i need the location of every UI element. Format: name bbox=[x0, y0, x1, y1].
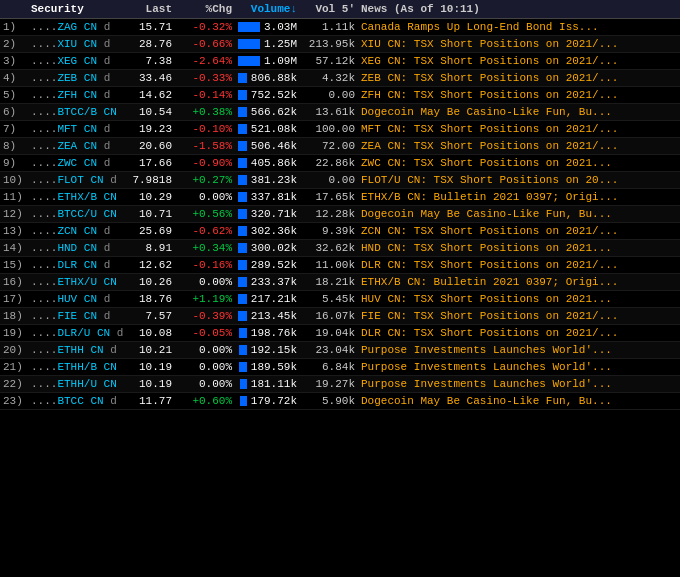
news-text[interactable]: MFT CN: TSX Short Positions on 2021/... bbox=[358, 121, 680, 138]
table-row[interactable]: 4)....ZEB CN d33.46-0.33%806.88k4.32kZEB… bbox=[0, 70, 680, 87]
volume-bar bbox=[238, 260, 247, 270]
security-name[interactable]: ....DLR CN d bbox=[28, 257, 123, 274]
news-text[interactable]: XEG CN: TSX Short Positions on 2021/... bbox=[358, 53, 680, 70]
table-row[interactable]: 23)....BTCC CN d11.77+0.60%179.72k5.90kD… bbox=[0, 393, 680, 410]
volume-text: 233.37k bbox=[251, 276, 297, 288]
news-text[interactable]: ZEB CN: TSX Short Positions on 2021/... bbox=[358, 70, 680, 87]
vol5: 17.65k bbox=[300, 189, 358, 206]
news-text[interactable]: Purpose Investments Launches World'... bbox=[358, 376, 680, 393]
security-name[interactable]: ....ETHH/U CN d bbox=[28, 376, 123, 393]
news-text[interactable]: Dogecoin May Be Casino-Like Fun, Bu... bbox=[358, 206, 680, 223]
security-name[interactable]: ....XIU CN d bbox=[28, 36, 123, 53]
table-row[interactable]: 13)....ZCN CN d25.69-0.62%302.36k9.39kZC… bbox=[0, 223, 680, 240]
last-price: 10.19 bbox=[123, 359, 175, 376]
security-name[interactable]: ....FLOT CN d bbox=[28, 172, 123, 189]
volume-bar bbox=[238, 90, 247, 100]
vol5: 22.86k bbox=[300, 155, 358, 172]
vol5: 19.27k bbox=[300, 376, 358, 393]
news-text[interactable]: FLOT/U CN: TSX Short Positions on 20... bbox=[358, 172, 680, 189]
table-row[interactable]: 7)....MFT CN d19.23-0.10%521.08k100.00MF… bbox=[0, 121, 680, 138]
news-text[interactable]: Purpose Investments Launches World'... bbox=[358, 342, 680, 359]
news-text[interactable]: DLR CN: TSX Short Positions on 2021/... bbox=[358, 257, 680, 274]
table-row[interactable]: 17)....HUV CN d18.76+1.19%217.21k5.45kHU… bbox=[0, 291, 680, 308]
table-row[interactable]: 11)....ETHX/B CN d10.290.00%337.81k17.65… bbox=[0, 189, 680, 206]
news-text[interactable]: Dogecoin May Be Casino-Like Fun, Bu... bbox=[358, 104, 680, 121]
news-text[interactable]: ETHX/B CN: Bulletin 2021 0397; Origi... bbox=[358, 274, 680, 291]
row-num: 5) bbox=[0, 87, 28, 104]
security-name[interactable]: ....HUV CN d bbox=[28, 291, 123, 308]
table-row[interactable]: 2)....XIU CN d28.76-0.66%1.25M213.95kXIU… bbox=[0, 36, 680, 53]
table-row[interactable]: 1)....ZAG CN d15.71-0.32%3.03M1.11kCanad… bbox=[0, 19, 680, 36]
security-name[interactable]: ....ZWC CN d bbox=[28, 155, 123, 172]
security-name[interactable]: ....HND CN d bbox=[28, 240, 123, 257]
volume: 506.46k bbox=[235, 138, 300, 155]
pct-change: 0.00% bbox=[175, 359, 235, 376]
table-row[interactable]: 12)....BTCC/U CN d10.71+0.56%320.71k12.2… bbox=[0, 206, 680, 223]
row-num: 4) bbox=[0, 70, 28, 87]
volume-text: 189.59k bbox=[251, 361, 297, 373]
security-name[interactable]: ....DLR/U CN d bbox=[28, 325, 123, 342]
table-row[interactable]: 16)....ETHX/U CN d10.260.00%233.37k18.21… bbox=[0, 274, 680, 291]
table-row[interactable]: 14)....HND CN d8.91+0.34%300.02k32.62kHN… bbox=[0, 240, 680, 257]
news-text[interactable]: HUV CN: TSX Short Positions on 2021... bbox=[358, 291, 680, 308]
security-name[interactable]: ....ZEB CN d bbox=[28, 70, 123, 87]
table-row[interactable]: 10)....FLOT CN d7.9818+0.27%381.23k0.00F… bbox=[0, 172, 680, 189]
security-name[interactable]: ....ETHH/B CN d bbox=[28, 359, 123, 376]
table-row[interactable]: 9)....ZWC CN d17.66-0.90%405.86k22.86kZW… bbox=[0, 155, 680, 172]
news-text[interactable]: HND CN: TSX Short Positions on 2021... bbox=[358, 240, 680, 257]
pct-change: -0.62% bbox=[175, 223, 235, 240]
security-name[interactable]: ....ETHH CN d bbox=[28, 342, 123, 359]
security-name[interactable]: ....ETHX/U CN d bbox=[28, 274, 123, 291]
last-price: 11.77 bbox=[123, 393, 175, 410]
pct-change: +1.19% bbox=[175, 291, 235, 308]
security-name[interactable]: ....ZCN CN d bbox=[28, 223, 123, 240]
news-text[interactable]: FIE CN: TSX Short Positions on 2021/... bbox=[358, 308, 680, 325]
security-name[interactable]: ....FIE CN d bbox=[28, 308, 123, 325]
row-num: 9) bbox=[0, 155, 28, 172]
security-name[interactable]: ....ETHX/B CN d bbox=[28, 189, 123, 206]
table-row[interactable]: 18)....FIE CN d7.57-0.39%213.45k16.07kFI… bbox=[0, 308, 680, 325]
news-text[interactable]: DLR CN: TSX Short Positions on 2021/... bbox=[358, 325, 680, 342]
pct-change: -0.33% bbox=[175, 70, 235, 87]
volume-text: 566.62k bbox=[251, 106, 297, 118]
news-text[interactable]: Canada Ramps Up Long-End Bond Iss... bbox=[358, 19, 680, 36]
row-num: 19) bbox=[0, 325, 28, 342]
vol5: 13.61k bbox=[300, 104, 358, 121]
vol5: 16.07k bbox=[300, 308, 358, 325]
security-name[interactable]: ....ZEA CN d bbox=[28, 138, 123, 155]
volume-bar bbox=[238, 158, 247, 168]
security-name[interactable]: ....ZFH CN d bbox=[28, 87, 123, 104]
pct-change: -0.90% bbox=[175, 155, 235, 172]
col-header-vol5: Vol 5' bbox=[300, 0, 358, 19]
vol5: 213.95k bbox=[300, 36, 358, 53]
news-text[interactable]: ZEA CN: TSX Short Positions on 2021/... bbox=[358, 138, 680, 155]
news-text[interactable]: ZWC CN: TSX Short Positions on 2021... bbox=[358, 155, 680, 172]
table-row[interactable]: 6)....BTCC/B CN d10.54+0.38%566.62k13.61… bbox=[0, 104, 680, 121]
security-name[interactable]: ....BTCC/B CN d bbox=[28, 104, 123, 121]
table-row[interactable]: 22)....ETHH/U CN d10.190.00%181.11k19.27… bbox=[0, 376, 680, 393]
volume: 181.11k bbox=[235, 376, 300, 393]
news-text[interactable]: ETHX/B CN: Bulletin 2021 0397; Origi... bbox=[358, 189, 680, 206]
news-text[interactable]: XIU CN: TSX Short Positions on 2021/... bbox=[358, 36, 680, 53]
security-name[interactable]: ....MFT CN d bbox=[28, 121, 123, 138]
col-header-volume[interactable]: Volume↓ bbox=[235, 0, 300, 19]
last-price: 10.19 bbox=[123, 376, 175, 393]
table-row[interactable]: 3)....XEG CN d7.38-2.64%1.09M57.12kXEG C… bbox=[0, 53, 680, 70]
pct-change: +0.27% bbox=[175, 172, 235, 189]
security-name[interactable]: ....XEG CN d bbox=[28, 53, 123, 70]
news-text[interactable]: Purpose Investments Launches World'... bbox=[358, 359, 680, 376]
news-text[interactable]: ZCN CN: TSX Short Positions on 2021/... bbox=[358, 223, 680, 240]
table-row[interactable]: 20)....ETHH CN d10.210.00%192.15k23.04kP… bbox=[0, 342, 680, 359]
security-name[interactable]: ....BTCC CN d bbox=[28, 393, 123, 410]
news-text[interactable]: Dogecoin May Be Casino-Like Fun, Bu... bbox=[358, 393, 680, 410]
table-row[interactable]: 8)....ZEA CN d20.60-1.58%506.46k72.00ZEA… bbox=[0, 138, 680, 155]
table-row[interactable]: 19)....DLR/U CN d10.08-0.05%198.76k19.04… bbox=[0, 325, 680, 342]
table-row[interactable]: 5)....ZFH CN d14.62-0.14%752.52k0.00ZFH … bbox=[0, 87, 680, 104]
pct-change: -0.39% bbox=[175, 308, 235, 325]
security-name[interactable]: ....ZAG CN d bbox=[28, 19, 123, 36]
table-row[interactable]: 21)....ETHH/B CN d10.190.00%189.59k6.84k… bbox=[0, 359, 680, 376]
news-text[interactable]: ZFH CN: TSX Short Positions on 2021/... bbox=[358, 87, 680, 104]
table-row[interactable]: 15)....DLR CN d12.62-0.16%289.52k11.00kD… bbox=[0, 257, 680, 274]
last-price: 15.71 bbox=[123, 19, 175, 36]
security-name[interactable]: ....BTCC/U CN d bbox=[28, 206, 123, 223]
